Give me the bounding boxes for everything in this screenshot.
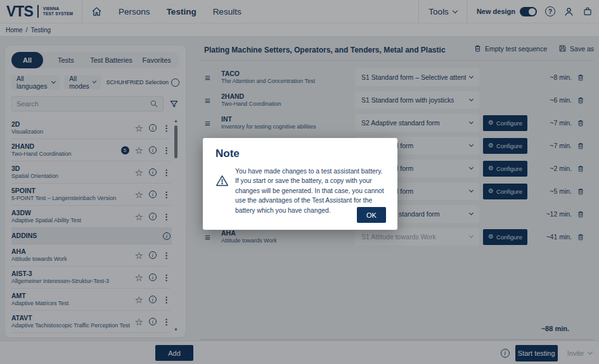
dialog-title: Note — [216, 147, 387, 160]
note-dialog: Note You have made changes to a test ass… — [203, 138, 397, 230]
warning-icon — [216, 174, 229, 215]
vts-app: VTS VIENNA TEST SYSTEM Persons Testing R… — [0, 0, 599, 364]
ok-button[interactable]: OK — [357, 207, 386, 223]
